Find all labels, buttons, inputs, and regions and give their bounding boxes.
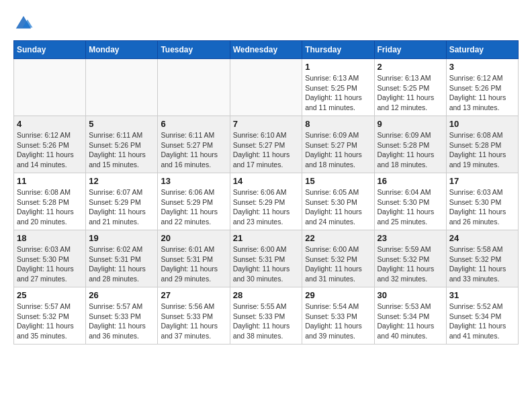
calendar-cell: 6Sunrise: 6:11 AMSunset: 5:27 PMDaylight… xyxy=(158,116,230,173)
calendar-cell: 19Sunrise: 6:02 AMSunset: 5:31 PMDayligh… xyxy=(86,230,158,287)
column-header-saturday: Saturday xyxy=(446,41,518,59)
day-number: 25 xyxy=(17,290,83,300)
day-number: 2 xyxy=(378,62,443,72)
calendar-table: SundayMondayTuesdayWednesdayThursdayFrid… xyxy=(13,40,519,345)
day-info: Sunrise: 6:04 AMSunset: 5:30 PMDaylight:… xyxy=(378,187,443,227)
calendar-cell xyxy=(14,59,86,116)
calendar-cell: 7Sunrise: 6:10 AMSunset: 5:27 PMDaylight… xyxy=(230,116,302,173)
day-info: Sunrise: 6:12 AMSunset: 5:26 PMDaylight:… xyxy=(449,73,515,113)
day-info: Sunrise: 5:57 AMSunset: 5:32 PMDaylight:… xyxy=(17,302,83,341)
day-info: Sunrise: 6:08 AMSunset: 5:28 PMDaylight:… xyxy=(17,187,83,227)
calendar-week-1: 1Sunrise: 6:13 AMSunset: 5:25 PMDaylight… xyxy=(14,59,519,116)
calendar-cell: 23Sunrise: 5:59 AMSunset: 5:32 PMDayligh… xyxy=(374,230,446,287)
day-number: 8 xyxy=(305,119,371,129)
day-number: 15 xyxy=(305,176,371,186)
day-info: Sunrise: 5:58 AMSunset: 5:32 PMDaylight:… xyxy=(449,244,515,284)
day-number: 29 xyxy=(305,290,371,300)
column-header-sunday: Sunday xyxy=(14,41,86,59)
day-number: 28 xyxy=(233,290,300,300)
day-info: Sunrise: 6:10 AMSunset: 5:27 PMDaylight:… xyxy=(233,130,300,170)
day-number: 3 xyxy=(449,62,515,72)
day-number: 17 xyxy=(449,176,515,186)
day-number: 18 xyxy=(17,233,83,243)
day-number: 26 xyxy=(89,290,154,300)
calendar-cell: 11Sunrise: 6:08 AMSunset: 5:28 PMDayligh… xyxy=(14,173,86,230)
calendar-cell: 18Sunrise: 6:03 AMSunset: 5:30 PMDayligh… xyxy=(14,230,86,287)
day-info: Sunrise: 5:53 AMSunset: 5:34 PMDaylight:… xyxy=(378,302,443,341)
day-number: 30 xyxy=(378,290,443,300)
day-number: 27 xyxy=(161,290,226,300)
calendar-cell: 31Sunrise: 5:52 AMSunset: 5:34 PMDayligh… xyxy=(446,287,518,345)
column-header-wednesday: Wednesday xyxy=(230,41,302,59)
day-info: Sunrise: 6:09 AMSunset: 5:28 PMDaylight:… xyxy=(378,130,443,170)
calendar-cell: 3Sunrise: 6:12 AMSunset: 5:26 PMDaylight… xyxy=(446,59,518,116)
calendar-week-2: 4Sunrise: 6:12 AMSunset: 5:26 PMDaylight… xyxy=(14,116,519,173)
day-info: Sunrise: 6:11 AMSunset: 5:26 PMDaylight:… xyxy=(89,130,154,170)
logo xyxy=(13,13,36,34)
calendar-cell: 4Sunrise: 6:12 AMSunset: 5:26 PMDaylight… xyxy=(14,116,86,173)
calendar-header-row: SundayMondayTuesdayWednesdayThursdayFrid… xyxy=(14,41,519,59)
day-info: Sunrise: 5:55 AMSunset: 5:33 PMDaylight:… xyxy=(233,302,300,341)
day-info: Sunrise: 6:13 AMSunset: 5:25 PMDaylight:… xyxy=(305,73,371,113)
day-info: Sunrise: 6:05 AMSunset: 5:30 PMDaylight:… xyxy=(305,187,371,227)
calendar-cell xyxy=(230,59,302,116)
calendar-cell xyxy=(86,59,158,116)
calendar-week-4: 18Sunrise: 6:03 AMSunset: 5:30 PMDayligh… xyxy=(14,230,519,287)
day-number: 6 xyxy=(161,119,226,129)
day-number: 11 xyxy=(17,176,83,186)
calendar-cell: 21Sunrise: 6:00 AMSunset: 5:31 PMDayligh… xyxy=(230,230,302,287)
day-number: 21 xyxy=(233,233,300,243)
column-header-monday: Monday xyxy=(86,41,158,59)
day-info: Sunrise: 6:06 AMSunset: 5:29 PMDaylight:… xyxy=(233,187,300,227)
day-number: 9 xyxy=(378,119,443,129)
calendar-week-5: 25Sunrise: 5:57 AMSunset: 5:32 PMDayligh… xyxy=(14,287,519,345)
column-header-tuesday: Tuesday xyxy=(158,41,230,59)
day-info: Sunrise: 5:52 AMSunset: 5:34 PMDaylight:… xyxy=(449,302,515,341)
calendar-cell: 13Sunrise: 6:06 AMSunset: 5:29 PMDayligh… xyxy=(158,173,230,230)
day-number: 4 xyxy=(17,119,83,129)
day-number: 23 xyxy=(378,233,443,243)
day-info: Sunrise: 6:03 AMSunset: 5:30 PMDaylight:… xyxy=(17,244,83,284)
calendar-cell: 12Sunrise: 6:07 AMSunset: 5:29 PMDayligh… xyxy=(86,173,158,230)
day-info: Sunrise: 5:57 AMSunset: 5:33 PMDaylight:… xyxy=(89,302,154,341)
day-info: Sunrise: 6:11 AMSunset: 5:27 PMDaylight:… xyxy=(161,130,226,170)
column-header-friday: Friday xyxy=(374,41,446,59)
day-info: Sunrise: 6:06 AMSunset: 5:29 PMDaylight:… xyxy=(161,187,226,227)
logo-icon xyxy=(13,13,34,34)
day-number: 1 xyxy=(305,62,371,72)
calendar-cell: 8Sunrise: 6:09 AMSunset: 5:27 PMDaylight… xyxy=(302,116,374,173)
day-number: 10 xyxy=(449,119,515,129)
day-number: 5 xyxy=(89,119,154,129)
day-number: 14 xyxy=(233,176,300,186)
day-info: Sunrise: 6:00 AMSunset: 5:31 PMDaylight:… xyxy=(233,244,300,284)
calendar-cell: 16Sunrise: 6:04 AMSunset: 5:30 PMDayligh… xyxy=(374,173,446,230)
calendar-cell: 29Sunrise: 5:54 AMSunset: 5:33 PMDayligh… xyxy=(302,287,374,345)
calendar-cell: 9Sunrise: 6:09 AMSunset: 5:28 PMDaylight… xyxy=(374,116,446,173)
calendar-cell: 1Sunrise: 6:13 AMSunset: 5:25 PMDaylight… xyxy=(302,59,374,116)
calendar-cell: 25Sunrise: 5:57 AMSunset: 5:32 PMDayligh… xyxy=(14,287,86,345)
calendar-week-3: 11Sunrise: 6:08 AMSunset: 5:28 PMDayligh… xyxy=(14,173,519,230)
day-info: Sunrise: 6:08 AMSunset: 5:28 PMDaylight:… xyxy=(449,130,515,170)
calendar-cell: 5Sunrise: 6:11 AMSunset: 5:26 PMDaylight… xyxy=(86,116,158,173)
column-header-thursday: Thursday xyxy=(302,41,374,59)
day-info: Sunrise: 6:00 AMSunset: 5:32 PMDaylight:… xyxy=(305,244,371,284)
day-number: 12 xyxy=(89,176,154,186)
calendar-cell xyxy=(158,59,230,116)
day-number: 20 xyxy=(161,233,226,243)
page-header xyxy=(13,13,519,34)
day-info: Sunrise: 6:01 AMSunset: 5:31 PMDaylight:… xyxy=(161,244,226,284)
day-info: Sunrise: 6:13 AMSunset: 5:25 PMDaylight:… xyxy=(378,73,443,113)
day-number: 22 xyxy=(305,233,371,243)
day-number: 7 xyxy=(233,119,300,129)
day-info: Sunrise: 6:07 AMSunset: 5:29 PMDaylight:… xyxy=(89,187,154,227)
day-info: Sunrise: 6:09 AMSunset: 5:27 PMDaylight:… xyxy=(305,130,371,170)
day-info: Sunrise: 6:02 AMSunset: 5:31 PMDaylight:… xyxy=(89,244,154,284)
day-info: Sunrise: 6:03 AMSunset: 5:30 PMDaylight:… xyxy=(449,187,515,227)
day-number: 16 xyxy=(378,176,443,186)
day-number: 19 xyxy=(89,233,154,243)
calendar-cell: 10Sunrise: 6:08 AMSunset: 5:28 PMDayligh… xyxy=(446,116,518,173)
day-number: 13 xyxy=(161,176,226,186)
calendar-cell: 15Sunrise: 6:05 AMSunset: 5:30 PMDayligh… xyxy=(302,173,374,230)
calendar-cell: 26Sunrise: 5:57 AMSunset: 5:33 PMDayligh… xyxy=(86,287,158,345)
day-info: Sunrise: 5:56 AMSunset: 5:33 PMDaylight:… xyxy=(161,302,226,341)
